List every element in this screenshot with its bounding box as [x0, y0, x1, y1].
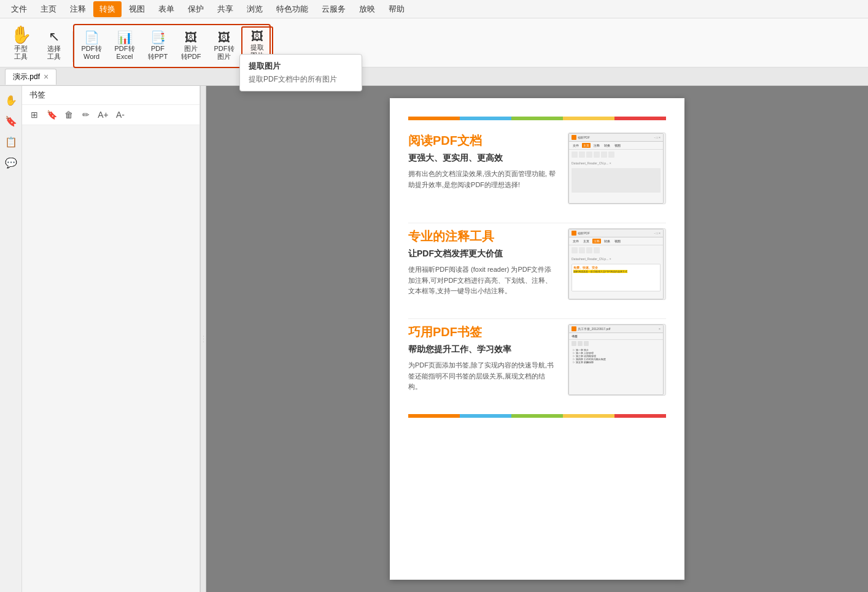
color-bar-b-green	[511, 414, 563, 418]
pdf-section-1-subtitle: 更强大、更实用、更高效	[408, 153, 558, 164]
pdf-section-2-body: 使用福昕PDF阅读器 (foxit reader) 为PDF文件添加注释,可对P…	[408, 264, 558, 297]
mini-app-2-tab: Datasheet_Reader_CN.p... ×	[569, 255, 663, 263]
pdf-section-3-text: 巧用PDF书签 帮助您提升工作、学习效率 为PDF页面添加书签,除了实现内容的快…	[408, 324, 558, 396]
panel-bookmark-del-button[interactable]: 🗑	[61, 107, 76, 122]
pdf-to-excel-icon: 📊	[117, 31, 133, 44]
mini-app-2-logo	[572, 231, 576, 236]
pdf-section-2-text: 专业的注释工具 让PDF文档发挥更大价值 使用福昕PDF阅读器 (foxit r…	[408, 228, 558, 300]
sidebar-bookmark-button[interactable]: 🔖	[2, 112, 20, 130]
document-area[interactable]: 阅读PDF文档 更强大、更实用、更高效 拥有出色的文档渲染效果,强大的页面管理功…	[206, 86, 868, 592]
panel-bookmark-add-button[interactable]: 🔖	[44, 107, 59, 122]
hand-tool-label: 手型工具	[14, 45, 28, 61]
document-page: 阅读PDF文档 更强大、更实用、更高效 拥有出色的文档渲染效果,强大的页面管理功…	[390, 98, 684, 580]
mini-app-2-title: 福昕PDF - □ ×	[569, 229, 663, 237]
color-green	[511, 117, 563, 120]
sidebar-hand-button[interactable]: ✋	[2, 91, 20, 109]
sidebar-icons: ✋ 🔖 📋 💬	[0, 86, 22, 592]
menu-cloud[interactable]: 云服务	[316, 1, 352, 17]
main-layout: ✋ 🔖 📋 💬 书签 ⊞ 🔖 🗑 ✏ A+ A- · · ·	[0, 86, 868, 592]
img-to-pdf-label: 图片转PDF	[181, 45, 201, 61]
pdf-section-1-body: 拥有出色的文档渲染效果,强大的页面管理功能, 帮助提升效率,是您阅读PDF的理想…	[408, 169, 558, 190]
color-bar-b-red	[614, 414, 666, 418]
tabbar: 演示.pdf ×	[0, 67, 868, 86]
color-blue	[460, 117, 511, 120]
mini-app-2-doc: 免费、快速、安全 福昕阅读器是一款功能强大且PDF阅读的选择方式	[572, 264, 661, 291]
color-yellow	[563, 117, 614, 120]
resize-handle[interactable]: · · ·	[200, 86, 206, 592]
panel-font-down-button[interactable]: A-	[113, 107, 128, 122]
panel-toolbar: ⊞ 🔖 🗑 ✏ A+ A-	[22, 105, 200, 125]
mini-app-1-doc	[572, 168, 661, 193]
pdf-section-1-image: 福昕PDF - □ × 文件 主页 注释 转换 视图	[568, 133, 666, 204]
resize-dots: · · ·	[201, 336, 206, 342]
color-orange	[408, 117, 460, 120]
pdf-to-word-label: PDF转Word	[82, 45, 102, 61]
hand-icon: ✋	[10, 26, 32, 44]
color-bar-b-yellow	[563, 414, 614, 418]
menu-browse[interactable]: 浏览	[241, 1, 269, 17]
panel-font-up-button[interactable]: A+	[96, 107, 110, 122]
tooltip-popup: 提取图片 提取PDF文档中的所有图片	[239, 54, 362, 91]
mini-app-2-toolbar	[569, 245, 663, 255]
pdf-to-ppt-label: PDF转PPT	[148, 45, 168, 61]
pdf-section-2-title: 专业的注释工具	[408, 228, 558, 245]
menu-present[interactable]: 放映	[353, 1, 381, 17]
select-tool-button[interactable]: ↖ 选择工具	[38, 26, 70, 63]
mini-app-2: 福昕PDF - □ × 文件 主页 注释 转换 视图	[568, 229, 664, 299]
tab-pdf[interactable]: 演示.pdf ×	[5, 69, 56, 85]
menu-home[interactable]: 主页	[34, 1, 63, 17]
menu-protect[interactable]: 保护	[182, 1, 210, 17]
pdf-section-3-body: 为PDF页面添加书签,除了实现内容的快速导航,书签还能指明不同书签的层级关系,展…	[408, 360, 558, 393]
panel-bookmark-edit-button[interactable]: ✏	[79, 107, 93, 122]
mini-app-1-menu: 文件 主页 注释 转换 视图	[569, 142, 663, 150]
menu-file[interactable]: 文件	[5, 1, 33, 17]
panel-header: 书签	[22, 86, 200, 105]
tab-close-button[interactable]: ×	[44, 72, 48, 82]
extract-img-icon: 🖼	[251, 30, 263, 42]
color-bar-top	[408, 117, 666, 120]
tooltip-title: 提取图片	[249, 61, 353, 72]
toolbar: ✋ 手型工具 ↖ 选择工具 📄 PDF转Word 📊 PDF转Excel 📑 P…	[0, 18, 868, 67]
menubar: 文件 主页 注释 转换 视图 表单 保护 共享 浏览 特色功能 云服务 放映 帮…	[0, 0, 868, 18]
section-separator-2	[408, 318, 666, 319]
mini-app-1-tab: Datasheet_Reader_CN.p... ×	[569, 160, 663, 167]
pdf-to-excel-button[interactable]: 📊 PDF转Excel	[109, 26, 141, 63]
menu-view[interactable]: 视图	[123, 1, 151, 17]
pdf-to-ppt-button[interactable]: 📑 PDF转PPT	[142, 26, 174, 63]
mini-app-1: 福昕PDF - □ × 文件 主页 注释 转换 视图	[568, 133, 664, 204]
select-tool-label: 选择工具	[47, 45, 61, 61]
tab-filename: 演示.pdf	[13, 72, 40, 82]
color-red	[614, 117, 666, 120]
panel-content	[22, 125, 200, 592]
pdf-to-word-button[interactable]: 📄 PDF转Word	[76, 26, 107, 63]
pdf-section-1-text: 阅读PDF文档 更强大、更实用、更高效 拥有出色的文档渲染效果,强大的页面管理功…	[408, 133, 558, 204]
pdf-section-1-title: 阅读PDF文档	[408, 133, 558, 149]
pdf-section-3-title: 巧用PDF书签	[408, 324, 558, 340]
panel-grid-button[interactable]: ⊞	[27, 107, 42, 122]
menu-share[interactable]: 共享	[211, 1, 239, 17]
mini-app-3-logo	[572, 326, 576, 331]
panel: 书签 ⊞ 🔖 🗑 ✏ A+ A-	[22, 86, 200, 592]
mini-app-1-title: 福昕PDF - □ ×	[569, 134, 663, 142]
menu-help[interactable]: 帮助	[382, 1, 411, 17]
pdf-to-excel-label: PDF转Excel	[115, 45, 135, 61]
tooltip-desc: 提取PDF文档中的所有图片	[249, 74, 353, 85]
pdf-to-ppt-icon: 📑	[150, 31, 166, 44]
menu-convert[interactable]: 转换	[93, 1, 122, 17]
pdf-section-2-image: 福昕PDF - □ × 文件 主页 注释 转换 视图	[568, 228, 666, 300]
color-bar-b-orange	[408, 414, 460, 418]
section-separator-1	[408, 223, 666, 223]
pdf-to-img-button[interactable]: 🖼 PDF转图片	[208, 26, 240, 63]
menu-special[interactable]: 特色功能	[270, 1, 314, 17]
menu-form[interactable]: 表单	[152, 1, 180, 17]
img-to-pdf-icon: 🖼	[185, 31, 197, 44]
toolbar-group-tools: ✋ 手型工具 ↖ 选择工具	[5, 24, 70, 67]
sidebar-comment-button[interactable]: 💬	[2, 153, 20, 172]
menu-annotation[interactable]: 注释	[64, 1, 92, 17]
pdf-to-img-label: PDF转图片	[214, 45, 234, 61]
color-bar-bottom	[408, 414, 666, 418]
mini-app-1-logo	[572, 135, 576, 140]
hand-tool-button[interactable]: ✋ 手型工具	[5, 24, 37, 63]
sidebar-page-button[interactable]: 📋	[2, 133, 20, 151]
img-to-pdf-button[interactable]: 🖼 图片转PDF	[175, 26, 207, 63]
